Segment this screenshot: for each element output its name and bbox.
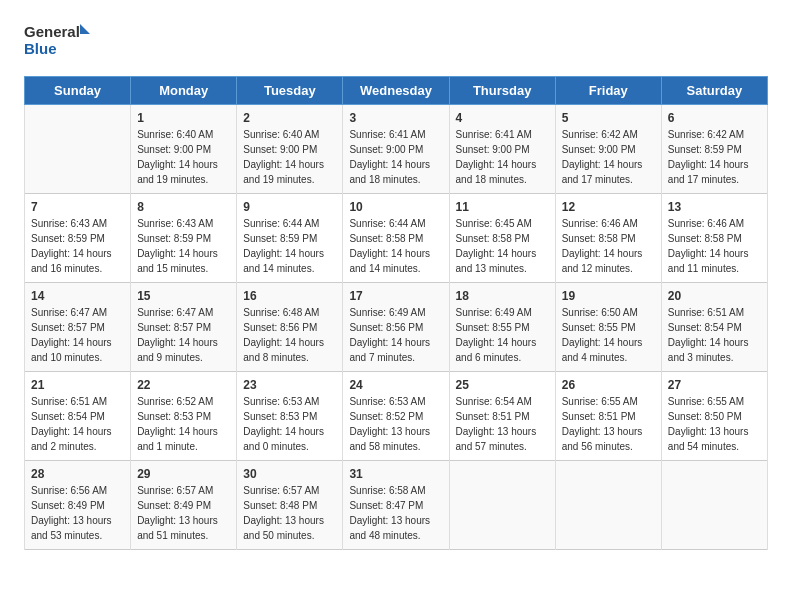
day-info: Sunrise: 6:53 AMSunset: 8:52 PMDaylight:…: [349, 394, 442, 454]
day-info: Sunrise: 6:55 AMSunset: 8:50 PMDaylight:…: [668, 394, 761, 454]
day-cell: 1Sunrise: 6:40 AMSunset: 9:00 PMDaylight…: [131, 105, 237, 194]
day-number: 12: [562, 200, 655, 214]
day-number: 4: [456, 111, 549, 125]
day-cell: 4Sunrise: 6:41 AMSunset: 9:00 PMDaylight…: [449, 105, 555, 194]
day-number: 26: [562, 378, 655, 392]
day-number: 31: [349, 467, 442, 481]
day-info: Sunrise: 6:58 AMSunset: 8:47 PMDaylight:…: [349, 483, 442, 543]
header-friday: Friday: [555, 77, 661, 105]
day-cell: 11Sunrise: 6:45 AMSunset: 8:58 PMDayligh…: [449, 194, 555, 283]
svg-marker-2: [80, 24, 90, 34]
week-row-3: 14Sunrise: 6:47 AMSunset: 8:57 PMDayligh…: [25, 283, 768, 372]
day-info: Sunrise: 6:51 AMSunset: 8:54 PMDaylight:…: [31, 394, 124, 454]
day-number: 16: [243, 289, 336, 303]
header-thursday: Thursday: [449, 77, 555, 105]
day-info: Sunrise: 6:41 AMSunset: 9:00 PMDaylight:…: [456, 127, 549, 187]
day-cell: 26Sunrise: 6:55 AMSunset: 8:51 PMDayligh…: [555, 372, 661, 461]
day-info: Sunrise: 6:40 AMSunset: 9:00 PMDaylight:…: [137, 127, 230, 187]
day-cell: 10Sunrise: 6:44 AMSunset: 8:58 PMDayligh…: [343, 194, 449, 283]
calendar-body: 1Sunrise: 6:40 AMSunset: 9:00 PMDaylight…: [25, 105, 768, 550]
day-cell: 19Sunrise: 6:50 AMSunset: 8:55 PMDayligh…: [555, 283, 661, 372]
day-cell: 22Sunrise: 6:52 AMSunset: 8:53 PMDayligh…: [131, 372, 237, 461]
day-info: Sunrise: 6:43 AMSunset: 8:59 PMDaylight:…: [137, 216, 230, 276]
day-info: Sunrise: 6:44 AMSunset: 8:58 PMDaylight:…: [349, 216, 442, 276]
day-cell: 12Sunrise: 6:46 AMSunset: 8:58 PMDayligh…: [555, 194, 661, 283]
day-cell: 24Sunrise: 6:53 AMSunset: 8:52 PMDayligh…: [343, 372, 449, 461]
day-number: 10: [349, 200, 442, 214]
logo-icon: GeneralBlue: [24, 20, 94, 60]
day-info: Sunrise: 6:42 AMSunset: 8:59 PMDaylight:…: [668, 127, 761, 187]
day-cell: 31Sunrise: 6:58 AMSunset: 8:47 PMDayligh…: [343, 461, 449, 550]
day-info: Sunrise: 6:49 AMSunset: 8:56 PMDaylight:…: [349, 305, 442, 365]
header-monday: Monday: [131, 77, 237, 105]
day-cell: 30Sunrise: 6:57 AMSunset: 8:48 PMDayligh…: [237, 461, 343, 550]
day-info: Sunrise: 6:55 AMSunset: 8:51 PMDaylight:…: [562, 394, 655, 454]
day-number: 2: [243, 111, 336, 125]
header-wednesday: Wednesday: [343, 77, 449, 105]
day-info: Sunrise: 6:53 AMSunset: 8:53 PMDaylight:…: [243, 394, 336, 454]
day-info: Sunrise: 6:49 AMSunset: 8:55 PMDaylight:…: [456, 305, 549, 365]
day-info: Sunrise: 6:47 AMSunset: 8:57 PMDaylight:…: [137, 305, 230, 365]
header-sunday: Sunday: [25, 77, 131, 105]
day-number: 11: [456, 200, 549, 214]
day-info: Sunrise: 6:57 AMSunset: 8:49 PMDaylight:…: [137, 483, 230, 543]
day-number: 18: [456, 289, 549, 303]
svg-text:Blue: Blue: [24, 40, 57, 57]
day-info: Sunrise: 6:54 AMSunset: 8:51 PMDaylight:…: [456, 394, 549, 454]
day-cell: 18Sunrise: 6:49 AMSunset: 8:55 PMDayligh…: [449, 283, 555, 372]
day-number: 13: [668, 200, 761, 214]
day-info: Sunrise: 6:52 AMSunset: 8:53 PMDaylight:…: [137, 394, 230, 454]
day-info: Sunrise: 6:41 AMSunset: 9:00 PMDaylight:…: [349, 127, 442, 187]
header-saturday: Saturday: [661, 77, 767, 105]
day-info: Sunrise: 6:46 AMSunset: 8:58 PMDaylight:…: [562, 216, 655, 276]
day-number: 1: [137, 111, 230, 125]
day-number: 9: [243, 200, 336, 214]
day-number: 19: [562, 289, 655, 303]
day-cell: 15Sunrise: 6:47 AMSunset: 8:57 PMDayligh…: [131, 283, 237, 372]
day-number: 29: [137, 467, 230, 481]
day-number: 22: [137, 378, 230, 392]
day-number: 7: [31, 200, 124, 214]
logo: GeneralBlue: [24, 20, 94, 60]
day-number: 5: [562, 111, 655, 125]
day-cell: [25, 105, 131, 194]
day-number: 15: [137, 289, 230, 303]
day-number: 30: [243, 467, 336, 481]
day-number: 14: [31, 289, 124, 303]
day-cell: 17Sunrise: 6:49 AMSunset: 8:56 PMDayligh…: [343, 283, 449, 372]
day-info: Sunrise: 6:56 AMSunset: 8:49 PMDaylight:…: [31, 483, 124, 543]
day-number: 20: [668, 289, 761, 303]
day-number: 25: [456, 378, 549, 392]
svg-text:General: General: [24, 23, 80, 40]
day-number: 27: [668, 378, 761, 392]
day-info: Sunrise: 6:48 AMSunset: 8:56 PMDaylight:…: [243, 305, 336, 365]
day-cell: 8Sunrise: 6:43 AMSunset: 8:59 PMDaylight…: [131, 194, 237, 283]
day-info: Sunrise: 6:50 AMSunset: 8:55 PMDaylight:…: [562, 305, 655, 365]
day-cell: 5Sunrise: 6:42 AMSunset: 9:00 PMDaylight…: [555, 105, 661, 194]
calendar-table: SundayMondayTuesdayWednesdayThursdayFrid…: [24, 76, 768, 550]
day-number: 23: [243, 378, 336, 392]
calendar-header: SundayMondayTuesdayWednesdayThursdayFrid…: [25, 77, 768, 105]
day-info: Sunrise: 6:46 AMSunset: 8:58 PMDaylight:…: [668, 216, 761, 276]
day-number: 28: [31, 467, 124, 481]
day-cell: 27Sunrise: 6:55 AMSunset: 8:50 PMDayligh…: [661, 372, 767, 461]
day-number: 17: [349, 289, 442, 303]
day-cell: 13Sunrise: 6:46 AMSunset: 8:58 PMDayligh…: [661, 194, 767, 283]
day-cell: [661, 461, 767, 550]
day-cell: 21Sunrise: 6:51 AMSunset: 8:54 PMDayligh…: [25, 372, 131, 461]
day-cell: 23Sunrise: 6:53 AMSunset: 8:53 PMDayligh…: [237, 372, 343, 461]
day-cell: 6Sunrise: 6:42 AMSunset: 8:59 PMDaylight…: [661, 105, 767, 194]
day-info: Sunrise: 6:42 AMSunset: 9:00 PMDaylight:…: [562, 127, 655, 187]
day-number: 24: [349, 378, 442, 392]
day-cell: 25Sunrise: 6:54 AMSunset: 8:51 PMDayligh…: [449, 372, 555, 461]
day-cell: 3Sunrise: 6:41 AMSunset: 9:00 PMDaylight…: [343, 105, 449, 194]
day-cell: 9Sunrise: 6:44 AMSunset: 8:59 PMDaylight…: [237, 194, 343, 283]
page-header: GeneralBlue: [24, 20, 768, 60]
day-info: Sunrise: 6:51 AMSunset: 8:54 PMDaylight:…: [668, 305, 761, 365]
day-info: Sunrise: 6:40 AMSunset: 9:00 PMDaylight:…: [243, 127, 336, 187]
day-number: 3: [349, 111, 442, 125]
header-row: SundayMondayTuesdayWednesdayThursdayFrid…: [25, 77, 768, 105]
day-info: Sunrise: 6:44 AMSunset: 8:59 PMDaylight:…: [243, 216, 336, 276]
day-number: 6: [668, 111, 761, 125]
day-cell: [555, 461, 661, 550]
